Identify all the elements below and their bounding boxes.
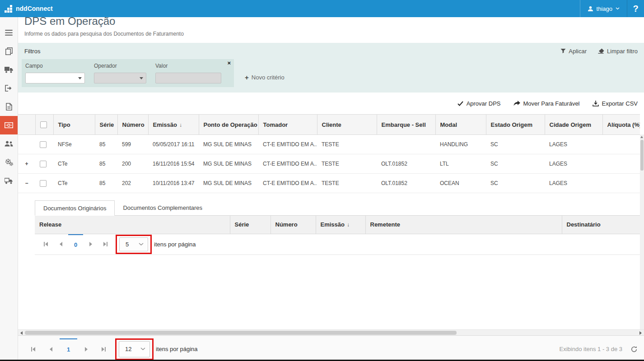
gears-icon bbox=[5, 158, 13, 166]
table-row[interactable]: + CTe 85 200 16/11/2016 15:54 MG SUL DE … bbox=[18, 154, 640, 174]
exit-icon bbox=[5, 85, 13, 92]
page-title: DPS em Operação bbox=[24, 17, 638, 28]
column-header-serie[interactable]: Série bbox=[95, 115, 117, 135]
sort-desc-icon: ↓ bbox=[347, 222, 350, 228]
detail-column-serie[interactable]: Série bbox=[230, 216, 271, 234]
operator-label: Operador bbox=[94, 63, 146, 69]
empty-area bbox=[18, 255, 644, 330]
detail-grid: Release Série Número Emissão↓ Remetente … bbox=[35, 216, 640, 234]
column-header-estado-origem[interactable]: Estado Origem bbox=[486, 115, 545, 135]
sidebar-item-billing[interactable] bbox=[0, 116, 18, 134]
sidebar-item-users[interactable] bbox=[0, 134, 18, 153]
apply-filter-button[interactable]: Aplicar bbox=[560, 48, 587, 55]
select-all-checkbox[interactable] bbox=[40, 121, 47, 128]
download-icon bbox=[593, 101, 599, 106]
tab-documentos-originarios[interactable]: Documentos Originários bbox=[35, 200, 115, 216]
next-page-button[interactable] bbox=[77, 338, 95, 360]
first-page-button[interactable] bbox=[24, 338, 42, 360]
select-all-header bbox=[35, 115, 53, 135]
sidebar-item-export[interactable] bbox=[0, 79, 18, 97]
sidebar-menu-button[interactable] bbox=[0, 23, 18, 42]
collapse-row-button[interactable]: − bbox=[25, 180, 28, 186]
document-icon bbox=[6, 103, 12, 111]
sidebar-item-documents[interactable] bbox=[0, 42, 18, 60]
filters-title: Filtros bbox=[24, 48, 40, 55]
truck-icon bbox=[5, 67, 13, 73]
last-page-button[interactable] bbox=[95, 338, 112, 360]
funnel-icon bbox=[560, 48, 566, 54]
detail-column-release[interactable]: Release bbox=[35, 216, 230, 234]
move-to-billable-button[interactable]: Mover Para Faturável bbox=[513, 100, 580, 107]
prev-page-button[interactable] bbox=[53, 234, 68, 255]
scroll-left-arrow[interactable] bbox=[20, 331, 23, 335]
table-row[interactable]: NFSe 85 599 05/05/2017 16:11 MG SUL DE M… bbox=[18, 135, 640, 154]
truck-delivery-icon bbox=[5, 178, 13, 184]
copy-icon bbox=[5, 47, 13, 55]
column-header-embarque-sell[interactable]: Embarque - Sell bbox=[377, 115, 435, 135]
user-menu[interactable]: thiago bbox=[580, 0, 627, 17]
detail-column-numero[interactable]: Número bbox=[271, 216, 316, 234]
horizontal-scrollbar[interactable] bbox=[18, 329, 644, 335]
expand-row-button[interactable]: + bbox=[25, 161, 28, 167]
remove-criteria-button[interactable]: × bbox=[227, 60, 231, 66]
column-header-aliquota[interactable]: Alíquota (%) bbox=[602, 115, 640, 135]
detail-page-size-wrap: 5 bbox=[119, 237, 148, 251]
last-page-button[interactable] bbox=[98, 234, 113, 255]
operator-select[interactable] bbox=[94, 73, 146, 83]
column-header-tomador[interactable]: Tomador bbox=[258, 115, 317, 135]
detail-tabstrip: Documentos Originários Documentos Comple… bbox=[35, 200, 640, 216]
items-range-status: Exibindo itens 1 - 3 de 3 bbox=[560, 346, 622, 352]
column-header-cidade-origem[interactable]: Cidade Origem bbox=[545, 115, 602, 135]
detail-column-remetente[interactable]: Remetente bbox=[365, 216, 562, 234]
user-name: thiago bbox=[597, 5, 612, 12]
refresh-button[interactable] bbox=[630, 346, 638, 353]
horizontal-scroll-thumb[interactable] bbox=[25, 331, 457, 335]
brand: nddConnect bbox=[0, 0, 53, 17]
prev-page-button[interactable] bbox=[42, 338, 60, 360]
vertical-scroll-thumb[interactable] bbox=[640, 140, 644, 171]
help-button[interactable]: ? bbox=[627, 0, 644, 17]
app-window: nddConnect thiago ? bbox=[0, 0, 644, 361]
plus-icon: + bbox=[245, 74, 249, 81]
sidebar-item-logistics[interactable] bbox=[0, 171, 18, 190]
next-page-button[interactable] bbox=[83, 234, 98, 255]
page-subtitle: Informe os dados para pesquisa dos Docum… bbox=[24, 31, 638, 37]
vertical-scrollbar[interactable] bbox=[640, 134, 644, 329]
current-page[interactable]: 1 bbox=[60, 338, 77, 360]
export-csv-button[interactable]: Exportar CSV bbox=[593, 100, 638, 107]
value-label: Valor bbox=[155, 63, 221, 69]
expander-column-header bbox=[18, 115, 35, 135]
footer-page-size-select[interactable]: 12 bbox=[119, 341, 150, 357]
table-row[interactable]: − CTe 85 202 10/11/2016 13:47 MG SUL DE … bbox=[18, 174, 640, 193]
sidebar-item-settings[interactable] bbox=[0, 153, 18, 171]
main-content: DPS em Operação Informe os dados para pe… bbox=[18, 17, 644, 360]
grid-footer-pager: 1 12 itens por página bbox=[18, 335, 644, 360]
value-input[interactable] bbox=[155, 73, 221, 83]
detail-page-size-select[interactable]: 5 bbox=[119, 237, 148, 251]
first-page-button[interactable] bbox=[38, 234, 53, 255]
row-checkbox[interactable] bbox=[40, 161, 47, 167]
column-header-modal[interactable]: Modal bbox=[435, 115, 486, 135]
scroll-up-arrow[interactable] bbox=[640, 136, 643, 138]
column-header-numero[interactable]: Número bbox=[117, 115, 148, 135]
current-page[interactable]: 0 bbox=[68, 234, 83, 255]
scroll-right-arrow[interactable] bbox=[639, 331, 642, 335]
field-select[interactable] bbox=[25, 73, 85, 83]
approve-dps-button[interactable]: Aprovar DPS bbox=[457, 100, 501, 107]
column-header-cliente[interactable]: Cliente bbox=[317, 115, 377, 135]
column-header-tipo[interactable]: Tipo bbox=[53, 115, 95, 135]
new-criteria-button[interactable]: + Novo critério bbox=[245, 74, 285, 81]
detail-column-destinatario[interactable]: Destinatário bbox=[562, 216, 640, 234]
sidebar-item-shipments[interactable] bbox=[0, 60, 18, 79]
clear-filter-button[interactable]: Limpar filtro bbox=[597, 48, 638, 55]
column-header-ponto-operacao[interactable]: Ponto de Operação bbox=[199, 115, 258, 135]
refresh-icon bbox=[630, 346, 638, 353]
row-checkbox[interactable] bbox=[40, 141, 47, 148]
sidebar-item-reports[interactable] bbox=[0, 97, 18, 116]
column-header-emissao[interactable]: Emissão↓ bbox=[148, 115, 199, 135]
row-checkbox[interactable] bbox=[40, 180, 47, 187]
footer-page-size-wrap: 12 bbox=[119, 341, 150, 357]
detail-header-row: Release Série Número Emissão↓ Remetente … bbox=[35, 216, 640, 234]
detail-column-emissao[interactable]: Emissão↓ bbox=[316, 216, 365, 234]
tab-documentos-complementares[interactable]: Documentos Complementares bbox=[115, 200, 210, 215]
